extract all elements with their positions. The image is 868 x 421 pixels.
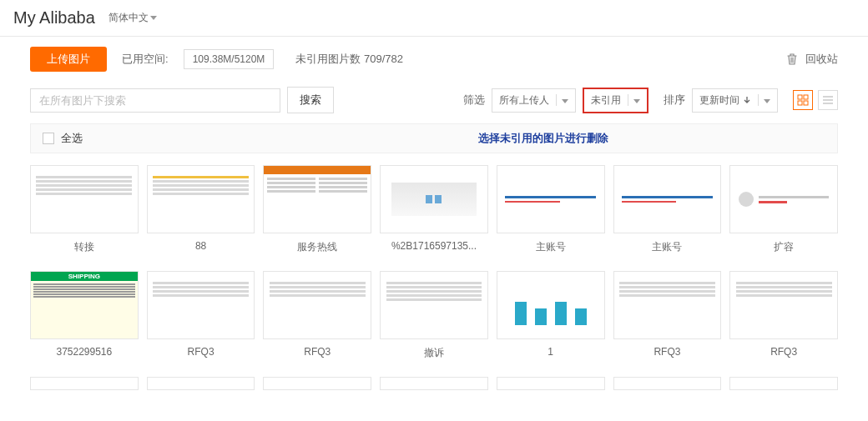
image-caption: RFQ3 xyxy=(304,346,331,358)
image-caption: 3752299516 xyxy=(56,346,112,358)
image-caption: 扩容 xyxy=(774,240,794,254)
image-card xyxy=(380,377,488,390)
image-thumbnail[interactable] xyxy=(497,271,605,339)
recycle-bin-link[interactable]: 回收站 xyxy=(785,52,838,67)
image-card: 主账号 xyxy=(613,165,722,254)
image-card: RFQ3 xyxy=(613,271,722,360)
image-caption: RFQ3 xyxy=(770,346,797,358)
select-all-checkbox[interactable] xyxy=(43,133,54,144)
image-card: 服务热线 xyxy=(263,165,371,254)
image-card: 撤诉 xyxy=(380,271,488,360)
image-caption: 主账号 xyxy=(652,240,682,254)
sort-select[interactable]: 更新时间 xyxy=(692,88,778,113)
image-thumbnail[interactable] xyxy=(147,165,255,233)
image-card xyxy=(613,377,722,390)
language-selector[interactable]: 简体中文 xyxy=(108,11,157,25)
image-thumbnail[interactable] xyxy=(380,165,488,233)
image-card: RFQ3 xyxy=(263,271,371,360)
image-thumbnail[interactable] xyxy=(263,271,371,339)
svg-rect-0 xyxy=(798,95,802,99)
search-input[interactable] xyxy=(30,88,280,113)
language-label: 简体中文 xyxy=(108,11,149,25)
image-thumbnail[interactable] xyxy=(497,377,605,390)
svg-rect-1 xyxy=(804,95,808,99)
image-thumbnail[interactable] xyxy=(613,377,722,390)
image-card: RFQ3 xyxy=(729,271,838,360)
svg-rect-3 xyxy=(804,101,808,105)
filter-label: 筛选 xyxy=(463,93,485,108)
image-thumbnail[interactable] xyxy=(147,377,255,390)
grid-view-button[interactable] xyxy=(793,90,813,110)
image-card: 扩容 xyxy=(729,165,838,254)
recycle-bin-label: 回收站 xyxy=(805,52,838,67)
image-caption: 服务热线 xyxy=(297,240,337,254)
chevron-down-icon xyxy=(562,99,568,103)
image-thumbnail[interactable]: SHIPPING xyxy=(30,271,139,339)
image-thumbnail[interactable] xyxy=(30,165,139,233)
image-card xyxy=(497,377,605,390)
image-thumbnail[interactable] xyxy=(613,271,722,339)
usage-label: 已用空间: xyxy=(122,52,169,67)
select-all-label: 全选 xyxy=(61,131,83,146)
image-caption: 88 xyxy=(195,240,206,252)
image-caption: RFQ3 xyxy=(188,346,214,358)
image-card: 转接 xyxy=(30,165,139,254)
image-card: SHIPPING 3752299516 xyxy=(30,271,139,360)
chevron-down-icon xyxy=(150,16,157,20)
image-card xyxy=(30,377,139,390)
chevron-down-icon xyxy=(633,99,640,103)
search-button[interactable]: 搜索 xyxy=(287,87,334,113)
image-grid-row1: 转接 88 服务热线 %2B1716597135... 主账号 主账号 扩容 xyxy=(30,165,838,254)
image-thumbnail[interactable] xyxy=(263,165,371,233)
image-card: 88 xyxy=(147,165,255,254)
image-card xyxy=(147,377,255,390)
delete-hint: 选择未引用的图片进行删除 xyxy=(478,131,608,146)
usage-value: 109.38M/5120M xyxy=(184,49,275,69)
select-all-bar: 全选 选择未引用的图片进行删除 xyxy=(30,123,838,153)
image-card xyxy=(729,377,838,390)
image-grid-row2: SHIPPING 3752299516 RFQ3 RFQ3 撤诉 1 RFQ3 … xyxy=(30,271,838,360)
image-card: 主账号 xyxy=(497,165,605,254)
image-thumbnail[interactable] xyxy=(263,377,371,390)
image-thumbnail[interactable] xyxy=(380,271,488,339)
image-thumbnail[interactable] xyxy=(729,377,838,390)
image-caption: %2B1716597135... xyxy=(391,240,477,252)
image-thumbnail[interactable] xyxy=(30,377,139,390)
grid-icon xyxy=(797,94,809,106)
image-card xyxy=(263,377,371,390)
image-thumbnail[interactable] xyxy=(613,165,722,233)
image-card: %2B1716597135... xyxy=(380,165,488,254)
upload-button[interactable]: 上传图片 xyxy=(30,47,107,72)
trash-icon xyxy=(785,53,799,66)
image-thumbnail[interactable] xyxy=(380,377,488,390)
image-thumbnail[interactable] xyxy=(497,165,605,233)
reference-select[interactable]: 未引用 xyxy=(583,88,648,113)
image-caption: 撤诉 xyxy=(424,346,444,360)
image-caption: RFQ3 xyxy=(654,346,680,358)
image-caption: 主账号 xyxy=(536,240,566,254)
list-icon xyxy=(822,94,834,106)
image-grid-row3 xyxy=(30,377,838,390)
image-caption: 1 xyxy=(548,346,553,358)
image-caption: 转接 xyxy=(74,240,94,254)
image-thumbnail[interactable] xyxy=(729,271,838,339)
image-thumbnail[interactable] xyxy=(147,271,255,339)
uploader-value: 所有上传人 xyxy=(499,93,549,108)
brand-title: My Alibaba xyxy=(13,8,95,28)
list-view-button[interactable] xyxy=(818,90,838,110)
image-card: 1 xyxy=(497,271,605,360)
sort-value: 更新时间 xyxy=(699,93,739,108)
svg-rect-2 xyxy=(798,101,802,105)
image-thumbnail[interactable] xyxy=(729,165,838,233)
chevron-down-icon xyxy=(764,99,770,103)
reference-value: 未引用 xyxy=(591,93,621,108)
uploader-select[interactable]: 所有上传人 xyxy=(492,88,576,113)
unreferenced-count: 未引用图片数 709/782 xyxy=(295,52,403,67)
arrow-down-icon xyxy=(743,96,751,104)
image-card: RFQ3 xyxy=(147,271,255,360)
sort-label: 排序 xyxy=(664,93,685,108)
